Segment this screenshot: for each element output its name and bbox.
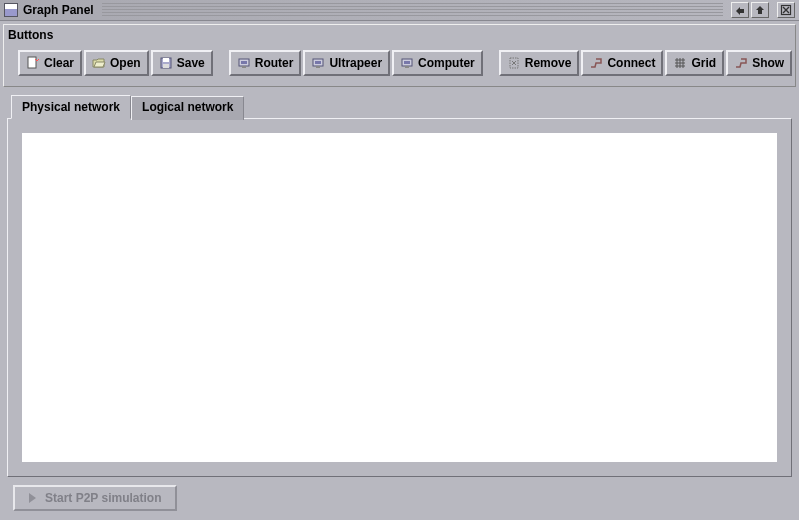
window: Graph Panel Buttons xyxy=(0,0,799,520)
toolbar: Clear Open Save xyxy=(6,44,793,84)
tabs: Physical network Logical network xyxy=(3,87,796,119)
tab-logical-label: Logical network xyxy=(142,100,233,114)
save-button[interactable]: Save xyxy=(151,50,213,76)
svg-rect-6 xyxy=(241,61,247,64)
save-label: Save xyxy=(177,56,205,70)
open-button[interactable]: Open xyxy=(84,50,149,76)
tab-logical-network[interactable]: Logical network xyxy=(131,96,244,120)
show-label: Show xyxy=(752,56,784,70)
svg-rect-4 xyxy=(163,64,169,68)
close-button[interactable] xyxy=(777,2,795,18)
toolbar-group-file: Clear Open Save xyxy=(18,50,213,76)
computer-label: Computer xyxy=(418,56,475,70)
connect-icon xyxy=(589,56,603,70)
grid-label: Grid xyxy=(691,56,716,70)
toolbar-group-nodes: Router Ultrapeer Computer xyxy=(229,50,483,76)
footer: Start P2P simulation xyxy=(3,481,796,517)
svg-rect-7 xyxy=(242,66,246,68)
computer-icon xyxy=(400,56,414,70)
titlebar[interactable]: Graph Panel xyxy=(0,0,799,21)
svg-rect-13 xyxy=(405,66,409,68)
network-canvas[interactable] xyxy=(22,133,777,462)
ultrapeer-button[interactable]: Ultrapeer xyxy=(303,50,390,76)
window-title: Graph Panel xyxy=(23,3,94,17)
open-label: Open xyxy=(110,56,141,70)
remove-label: Remove xyxy=(525,56,572,70)
svg-rect-12 xyxy=(404,61,410,64)
buttons-panel-label: Buttons xyxy=(6,27,793,44)
window-icon xyxy=(4,3,18,17)
connect-button[interactable]: Connect xyxy=(581,50,663,76)
content: Buttons Clear Open xyxy=(0,21,799,520)
remove-button[interactable]: Remove xyxy=(499,50,580,76)
remove-icon xyxy=(507,56,521,70)
play-icon xyxy=(25,491,39,505)
tab-physical-label: Physical network xyxy=(22,100,120,114)
show-button[interactable]: Show xyxy=(726,50,792,76)
tab-physical-network[interactable]: Physical network xyxy=(11,95,131,119)
router-button[interactable]: Router xyxy=(229,50,302,76)
save-icon xyxy=(159,56,173,70)
maximize-button[interactable] xyxy=(751,2,769,18)
svg-rect-3 xyxy=(163,58,169,62)
svg-rect-1 xyxy=(28,57,36,68)
minimize-arrow-button[interactable] xyxy=(731,2,749,18)
grid-button[interactable]: Grid xyxy=(665,50,724,76)
svg-rect-10 xyxy=(316,66,320,68)
buttons-panel: Buttons Clear Open xyxy=(3,24,796,87)
titlebar-gripper xyxy=(102,2,723,18)
show-icon xyxy=(734,56,748,70)
grid-icon xyxy=(673,56,687,70)
clear-label: Clear xyxy=(44,56,74,70)
svg-rect-9 xyxy=(315,61,321,64)
ultrapeer-label: Ultrapeer xyxy=(329,56,382,70)
ultrapeer-icon xyxy=(311,56,325,70)
router-icon xyxy=(237,56,251,70)
toolbar-group-actions: Remove Connect Grid xyxy=(499,50,792,76)
clear-button[interactable]: Clear xyxy=(18,50,82,76)
titlebar-buttons xyxy=(731,2,795,18)
canvas-container xyxy=(7,118,792,477)
start-simulation-button[interactable]: Start P2P simulation xyxy=(13,485,177,511)
start-simulation-label: Start P2P simulation xyxy=(45,491,161,505)
computer-button[interactable]: Computer xyxy=(392,50,483,76)
open-icon xyxy=(92,56,106,70)
connect-label: Connect xyxy=(607,56,655,70)
clear-icon xyxy=(26,56,40,70)
router-label: Router xyxy=(255,56,294,70)
